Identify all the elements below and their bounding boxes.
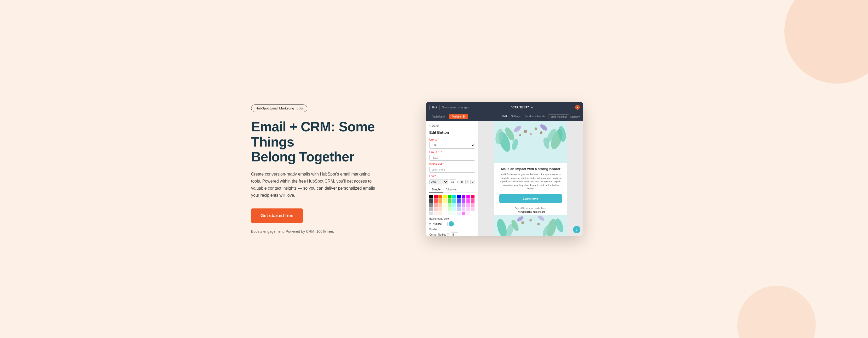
edit-tab[interactable]: Edit xyxy=(502,114,507,119)
color-vpalepurple[interactable] xyxy=(462,207,465,211)
color-vpaleyellow[interactable] xyxy=(443,207,447,211)
email-strong-header: Make an impact with a strong header xyxy=(499,167,562,171)
color-vpalemagenta[interactable] xyxy=(466,207,470,211)
color-palemagenta[interactable] xyxy=(466,203,470,207)
svg-point-21 xyxy=(521,221,524,224)
corner-input[interactable] xyxy=(451,233,458,236)
color-swatch[interactable] xyxy=(448,221,454,226)
variation-b-tab[interactable]: Variation B xyxy=(449,114,468,119)
color-lightred[interactable] xyxy=(434,199,438,203)
color-lightgreen[interactable] xyxy=(448,199,452,203)
color-lightorange[interactable] xyxy=(438,199,442,203)
color-paleyellow[interactable] xyxy=(443,203,447,207)
color-lightpink[interactable] xyxy=(471,199,474,203)
color-bwhite[interactable] xyxy=(457,212,461,215)
color-rwhite[interactable] xyxy=(434,212,438,215)
underline-button[interactable]: U xyxy=(470,180,475,184)
signoff-text: Sign off from your reader here. xyxy=(515,207,547,210)
simple-tab[interactable]: Simple xyxy=(429,187,443,192)
color-paleblue[interactable] xyxy=(457,203,461,207)
color-magenta[interactable] xyxy=(466,195,470,198)
color-paleorange[interactable] xyxy=(438,203,442,207)
settings-tab[interactable]: Settings xyxy=(511,114,521,119)
variation-a-tab[interactable]: Variation A xyxy=(429,114,448,119)
button-text-input[interactable] xyxy=(429,167,475,173)
color-vpaleorange[interactable] xyxy=(438,207,442,211)
font-size-input[interactable] xyxy=(449,180,456,184)
bold-button[interactable]: B xyxy=(460,180,464,184)
bg-color-input[interactable] xyxy=(432,222,447,226)
color-purple[interactable] xyxy=(462,195,465,198)
color-red[interactable] xyxy=(434,195,438,198)
color-palepink[interactable] xyxy=(471,203,474,207)
bg-circle-1 xyxy=(784,0,868,84)
color-lightmagenta[interactable] xyxy=(466,199,470,203)
color-palered[interactable] xyxy=(434,203,438,207)
color-yellow[interactable] xyxy=(443,195,447,198)
exit-button[interactable]: Exit xyxy=(429,105,440,110)
panel-title: Edit Button xyxy=(429,130,475,134)
color-palewhite[interactable] xyxy=(429,212,433,215)
color-vpalered[interactable] xyxy=(434,207,438,211)
color-white[interactable] xyxy=(471,212,474,215)
color-vpalepink[interactable] xyxy=(471,207,474,211)
svg-point-12 xyxy=(530,133,532,135)
color-vpalegreen[interactable] xyxy=(448,207,452,211)
unsaved-changes[interactable]: No unsaved changes xyxy=(442,106,469,109)
edit-icon[interactable]: ✏ xyxy=(531,106,533,109)
color-pink[interactable] xyxy=(471,195,474,198)
svg-point-11 xyxy=(535,127,537,130)
color-lightpurple[interactable] xyxy=(462,199,465,203)
email-footer-svg xyxy=(494,215,567,236)
link-url-input[interactable] xyxy=(429,155,475,161)
color-palepurple[interactable] xyxy=(462,203,465,207)
color-darkgray[interactable] xyxy=(429,199,433,203)
svg-point-25 xyxy=(537,215,545,222)
advanced-tab[interactable]: Advanced xyxy=(443,187,460,192)
mockup-body: < Done Edit Button Link to * URL Link UR… xyxy=(426,121,583,236)
email-cta-button[interactable]: Learn more xyxy=(499,194,562,203)
notification-dot: ● xyxy=(575,105,580,110)
color-ywhite[interactable] xyxy=(443,212,447,215)
email-signoff: Sign off from your reader here. The Comp… xyxy=(499,206,562,214)
italic-button[interactable]: I xyxy=(465,180,469,184)
color-vpaleteal[interactable] xyxy=(452,207,456,211)
color-owhite[interactable] xyxy=(438,212,442,215)
help-button[interactable]: ? xyxy=(573,226,580,233)
send-test-button[interactable]: Send test email xyxy=(548,115,569,119)
color-gray[interactable] xyxy=(429,203,433,207)
color-twhite[interactable] xyxy=(452,212,456,215)
color-lightteal[interactable] xyxy=(452,199,456,203)
edit-panel: < Done Edit Button Link to * URL Link UR… xyxy=(426,121,478,236)
font-select[interactable]: Arial xyxy=(429,179,448,184)
email-container: Make an impact with a strong header Add … xyxy=(494,121,567,236)
color-black[interactable] xyxy=(429,195,433,198)
color-lightyellow[interactable] xyxy=(443,199,447,203)
bg-color-row: Background color xyxy=(429,217,475,220)
color-green[interactable] xyxy=(448,195,452,198)
email-description: Add information for your reader here. Di… xyxy=(499,173,562,191)
color-lightgray[interactable] xyxy=(429,207,433,211)
link-to-select[interactable]: URL xyxy=(429,142,475,149)
font-label: Font * xyxy=(429,175,475,178)
actions-button[interactable]: Actions ▾ xyxy=(570,116,580,118)
color-paleteal[interactable] xyxy=(452,203,456,207)
send-schedule-tab[interactable]: Send or schedule xyxy=(525,114,545,119)
color-mwhite[interactable] xyxy=(466,212,470,215)
corner-label: Corner Radius ⓘ xyxy=(429,233,450,236)
page-wrapper: HubSpot Email Marketing Tools Email + CR… xyxy=(0,0,868,338)
back-link[interactable]: < Done xyxy=(429,124,475,127)
color-orange[interactable] xyxy=(438,195,442,198)
color-blue[interactable] xyxy=(457,195,461,198)
color-pwhite[interactable] xyxy=(462,212,465,215)
style-tabs: Simple Advanced xyxy=(429,187,475,193)
color-lightblue[interactable] xyxy=(457,199,461,203)
color-vpaleblue[interactable] xyxy=(457,207,461,211)
bg-circle-2 xyxy=(737,286,816,338)
color-teal[interactable] xyxy=(452,195,456,198)
email-header-decoration xyxy=(494,121,567,163)
color-gwhite[interactable] xyxy=(448,212,452,215)
color-palegreen[interactable] xyxy=(448,203,452,207)
ui-mockup: Exit No unsaved changes "CTA TEST" ✏ ● V… xyxy=(426,102,583,236)
cta-button[interactable]: Get started free xyxy=(251,209,303,223)
